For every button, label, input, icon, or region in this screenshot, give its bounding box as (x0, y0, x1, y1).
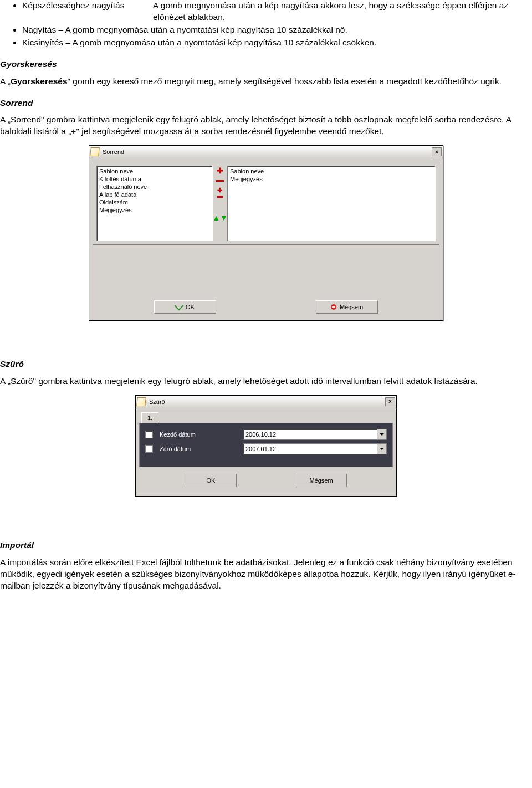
sorrend-titlebar[interactable]: Sorrend × (89, 145, 443, 158)
sorrend-dialog: Sorrend × Sablon neve Kitöltés dátuma Fe… (89, 145, 443, 321)
stop-icon (331, 304, 336, 310)
paragraph-sorrend: A „Sorrend" gombra kattintva megjelenik … (0, 114, 532, 137)
sort-toggle-icon[interactable]: ▲▼ (212, 214, 228, 222)
start-date-value: 2006.10.12. (243, 431, 377, 439)
list-item[interactable]: A lap fő adatai (99, 191, 210, 198)
list-item[interactable]: Felhasználó neve (99, 183, 210, 191)
list-item[interactable]: Sablon neve (99, 167, 210, 175)
heading-szuro: Szűrő (0, 359, 532, 370)
remove-icon[interactable] (216, 180, 224, 182)
end-date-combo[interactable]: 2007.01.12. (243, 443, 387, 454)
sorrend-title: Sorrend (103, 148, 428, 156)
sorrend-right-list[interactable]: Sablon neve Megjegyzés (227, 166, 436, 241)
heading-importal: Importál (0, 540, 532, 551)
paragraph-importal: A importálás során előre elkészített Exc… (0, 557, 532, 592)
paragraph-gyorskereses: A „Gyorskeresés" gomb egy kereső mező me… (0, 76, 532, 88)
heading-sorrend: Sorrend (0, 98, 532, 109)
list-item[interactable]: Megjegyzés (99, 206, 210, 214)
start-date-label: Kezdő dátum (160, 431, 243, 439)
paragraph-szuro: A „Szűrő" gombra kattintva megjelenik eg… (0, 376, 532, 387)
bullet-zoom-out: Kicsinyítés – A gomb megnyomása után a n… (22, 37, 532, 49)
add-remove-icon[interactable]: ✚▬ (217, 187, 223, 198)
start-date-combo[interactable]: 2006.10.12. (243, 429, 387, 440)
list-item[interactable]: Sablon neve (230, 167, 433, 175)
chevron-down-icon[interactable] (377, 429, 386, 439)
close-icon[interactable]: × (432, 147, 442, 156)
list-item[interactable]: Kitöltés dátuma (99, 175, 210, 183)
start-date-checkbox[interactable] (145, 431, 153, 438)
bullet-fit-width: Képszélességhez nagyítás A gomb megnyomá… (22, 0, 532, 23)
bullet-fit-width-label: Képszélességhez nagyítás (22, 0, 153, 23)
end-date-value: 2007.01.12. (243, 445, 377, 453)
szuro-title: Szűrő (149, 398, 382, 406)
ok-button[interactable]: OK (154, 300, 216, 314)
bullet-fit-width-desc: A gomb megnyomása után a kép nagyítása a… (153, 0, 532, 23)
szuro-dialog: Szűrő × 1. Kezdő dátum 2006.10.12. Záró … (135, 395, 397, 497)
cancel-button[interactable]: Mégsem (316, 300, 378, 314)
document-icon (136, 397, 146, 406)
sorrend-left-list[interactable]: Sablon neve Kitöltés dátuma Felhasználó … (96, 166, 213, 241)
end-date-label: Záró dátum (160, 445, 243, 453)
end-date-checkbox[interactable] (145, 445, 153, 453)
cancel-button[interactable]: Mégsem (296, 474, 347, 487)
ok-button[interactable]: OK (186, 474, 237, 487)
list-item[interactable]: Oldalszám (99, 198, 210, 206)
add-icon[interactable]: ✚ (217, 167, 223, 175)
bullet-zoom-in: Nagyítás – A gomb megnyomása után a nyom… (22, 24, 532, 36)
document-icon (90, 147, 100, 156)
tab-1[interactable]: 1. (141, 412, 158, 423)
chevron-down-icon[interactable] (377, 444, 386, 454)
heading-gyorskereses: Gyorskeresés (0, 59, 532, 70)
check-icon (175, 301, 184, 311)
close-icon[interactable]: × (385, 397, 395, 406)
list-item[interactable]: Megjegyzés (230, 175, 433, 183)
szuro-titlebar[interactable]: Szűrő × (135, 395, 397, 408)
